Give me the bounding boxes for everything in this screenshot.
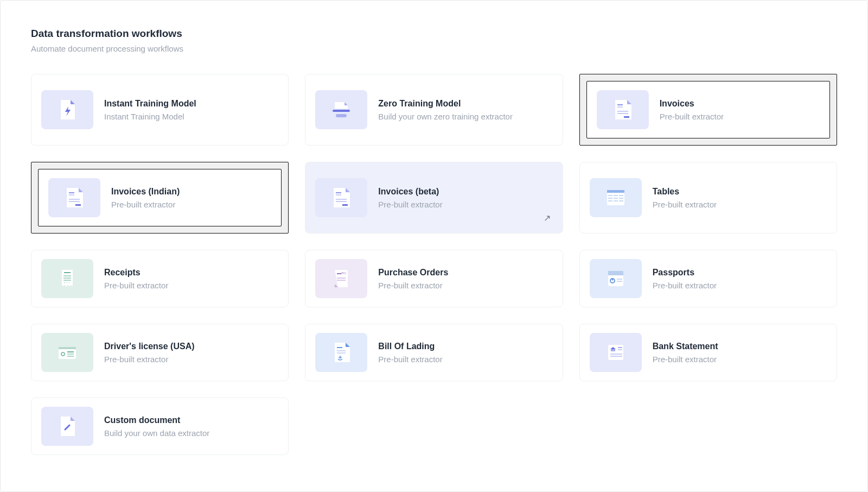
card-desc: Pre-built extractor xyxy=(378,355,442,364)
card-text: Invoices (beta) Pre-built extractor xyxy=(378,187,442,209)
svg-rect-21 xyxy=(619,195,623,196)
lightning-doc-icon xyxy=(41,90,93,129)
svg-rect-48 xyxy=(337,347,342,348)
svg-rect-41 xyxy=(617,281,622,282)
svg-rect-22 xyxy=(608,198,612,199)
svg-rect-18 xyxy=(607,190,624,193)
card-text: Purchase Orders Pre-built extractor xyxy=(378,268,448,290)
card-purchase-orders[interactable]: PO Purchase Orders Pre-built extractor xyxy=(305,250,563,307)
card-tables[interactable]: Tables Pre-built extractor xyxy=(579,162,837,234)
card-desc: Pre-built extractor xyxy=(378,281,448,290)
svg-rect-4 xyxy=(617,111,628,112)
card-zero-training-model[interactable]: Zero Training Model Build your own zero … xyxy=(305,74,563,146)
svg-rect-15 xyxy=(336,201,347,202)
card-custom-document[interactable]: Custom document Build your own data extr… xyxy=(31,398,289,455)
svg-rect-27 xyxy=(619,200,623,201)
invoice-doc-icon xyxy=(597,90,649,129)
card-title: Invoices (beta) xyxy=(378,187,442,197)
svg-rect-28 xyxy=(64,272,71,273)
custom-doc-icon xyxy=(41,407,93,446)
svg-rect-32 xyxy=(337,273,341,274)
svg-rect-55 xyxy=(610,354,622,355)
svg-rect-11 xyxy=(75,204,81,206)
card-title: Bill Of Lading xyxy=(378,342,442,351)
id-card-icon xyxy=(41,333,93,372)
card-passports[interactable]: Passports Pre-built extractor xyxy=(579,250,837,307)
card-desc: Pre-built extractor xyxy=(111,200,180,209)
svg-rect-54 xyxy=(618,349,622,350)
svg-rect-3 xyxy=(617,106,623,108)
svg-rect-6 xyxy=(624,116,629,118)
invoice-doc-icon xyxy=(48,178,100,217)
card-title: Tables xyxy=(653,187,717,197)
highlight-invoices: Invoices Pre-built extractor xyxy=(579,74,837,146)
card-desc: Pre-built extractor xyxy=(660,112,724,121)
svg-rect-12 xyxy=(336,192,341,193)
svg-rect-9 xyxy=(69,199,80,200)
svg-rect-29 xyxy=(63,275,71,276)
card-text: Bank Statement Pre-built extractor xyxy=(653,342,718,364)
card-desc: Pre-built extractor xyxy=(653,281,717,290)
svg-rect-25 xyxy=(608,200,612,201)
card-title: Custom document xyxy=(104,415,209,425)
card-desc: Instant Training Model xyxy=(104,112,196,121)
svg-rect-10 xyxy=(69,201,80,202)
card-desc: Build your own zero training extractor xyxy=(378,112,513,121)
svg-rect-0 xyxy=(333,110,350,112)
svg-rect-35 xyxy=(337,280,346,281)
svg-point-39 xyxy=(611,279,613,281)
svg-rect-50 xyxy=(337,352,346,354)
svg-rect-13 xyxy=(336,194,341,195)
card-desc: Pre-built extractor xyxy=(653,200,717,209)
card-bank-statement[interactable]: Bank Statement Pre-built extractor xyxy=(579,324,837,381)
scanner-icon xyxy=(315,90,367,129)
card-desc: Pre-built extractor xyxy=(378,200,442,209)
svg-rect-30 xyxy=(63,277,71,279)
svg-rect-23 xyxy=(614,198,618,199)
card-instant-training-model[interactable]: Instant Training Model Instant Training … xyxy=(31,74,289,146)
svg-rect-52 xyxy=(611,349,615,351)
purchase-order-icon: PO xyxy=(315,259,367,298)
card-text: Custom document Build your own data extr… xyxy=(104,415,209,438)
svg-rect-19 xyxy=(608,195,612,196)
card-title: Driver's license (USA) xyxy=(104,342,195,351)
svg-rect-16 xyxy=(342,204,348,206)
card-title: Purchase Orders xyxy=(378,268,448,277)
card-title: Invoices (Indian) xyxy=(111,187,180,197)
svg-rect-26 xyxy=(614,200,618,201)
card-desc: Pre-built extractor xyxy=(653,355,718,364)
card-receipts[interactable]: Receipts Pre-built extractor xyxy=(31,250,289,307)
page-subtitle: Automate document processing workflows xyxy=(31,44,837,53)
card-text: Instant Training Model Instant Training … xyxy=(104,99,196,121)
passport-icon xyxy=(590,259,642,298)
svg-rect-49 xyxy=(337,350,346,351)
page-title: Data transformation workflows xyxy=(31,28,837,40)
svg-rect-14 xyxy=(336,199,347,200)
card-invoices-indian[interactable]: Invoices (Indian) Pre-built extractor xyxy=(38,169,282,226)
bank-statement-icon xyxy=(590,333,642,372)
svg-rect-2 xyxy=(617,104,623,105)
invoice-doc-icon xyxy=(315,178,367,217)
card-text: Invoices (Indian) Pre-built extractor xyxy=(111,187,180,209)
card-text: Tables Pre-built extractor xyxy=(653,187,717,209)
card-text: Bill Of Lading Pre-built extractor xyxy=(378,342,442,364)
svg-rect-34 xyxy=(337,277,346,279)
card-invoices[interactable]: Invoices Pre-built extractor xyxy=(586,81,830,138)
svg-rect-47 xyxy=(67,356,74,357)
svg-rect-43 xyxy=(59,347,76,349)
svg-rect-7 xyxy=(69,192,74,193)
highlight-invoices-indian: Invoices (Indian) Pre-built extractor xyxy=(31,162,289,234)
table-icon xyxy=(590,178,642,217)
card-invoices-beta[interactable]: Invoices (beta) Pre-built extractor ↗ xyxy=(305,162,563,234)
svg-rect-37 xyxy=(608,271,623,275)
svg-rect-20 xyxy=(614,195,618,196)
card-text: Passports Pre-built extractor xyxy=(653,268,717,290)
card-bill-of-lading[interactable]: Bill Of Lading Pre-built extractor xyxy=(305,324,563,381)
card-title: Invoices xyxy=(660,99,724,109)
receipt-icon xyxy=(41,259,93,298)
open-arrow-icon[interactable]: ↗ xyxy=(544,213,551,223)
card-desc: Pre-built extractor xyxy=(104,355,195,364)
card-drivers-license-usa[interactable]: Driver's license (USA) Pre-built extract… xyxy=(31,324,289,381)
card-text: Receipts Pre-built extractor xyxy=(104,268,168,290)
bill-of-lading-icon xyxy=(315,333,367,372)
